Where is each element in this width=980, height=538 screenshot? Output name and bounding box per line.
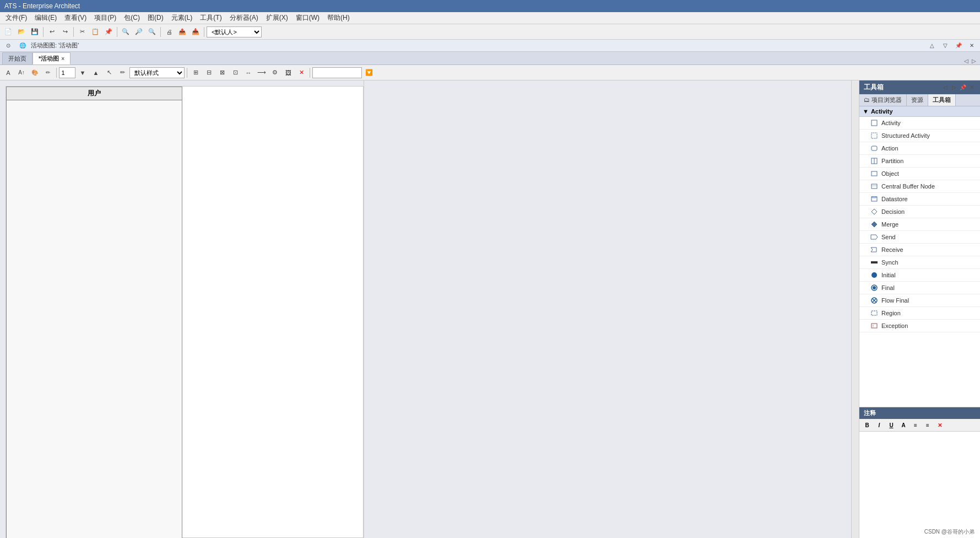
search-input[interactable]	[312, 67, 362, 78]
diag-edit-btn[interactable]: ✏	[116, 67, 128, 79]
toolbox-item-partition[interactable]: Partition	[859, 155, 980, 168]
panel-up-btn[interactable]: △	[926, 40, 938, 52]
tb-import-btn[interactable]: 📥	[189, 26, 202, 38]
menu-view[interactable]: 查看(V)	[61, 12, 90, 24]
menu-file[interactable]: 文件(F)	[2, 12, 30, 24]
style-dropdown[interactable]: 默认样式	[129, 67, 185, 78]
tb-save-btn[interactable]: 💾	[29, 26, 41, 38]
item-final-label: Final	[881, 284, 895, 291]
toolbox-section-activity[interactable]: ▼ Activity	[859, 106, 980, 117]
toolbox-nav-left[interactable]: ◁	[941, 84, 949, 92]
tb-view-dropdown[interactable]: <默认人>	[207, 26, 262, 37]
diag-route-btn[interactable]: ⟶	[256, 67, 268, 79]
toolbox-item-exception[interactable]: ! Exception	[859, 320, 980, 332]
toolbox-item-decision[interactable]: Decision	[859, 206, 980, 218]
toolbox-pin[interactable]: 📌	[959, 84, 967, 92]
toolbox-item-structured-activity[interactable]: Structured Activity	[859, 130, 980, 142]
panel-close-btn[interactable]: ✕	[966, 40, 978, 52]
toolbox-item-central-buffer[interactable]: Central Buffer Node	[859, 180, 980, 193]
right-panel: 工具箱 ◁ ▷ 📌 ✕ 🗂 项目浏览器 资源 工具箱	[859, 80, 980, 538]
diag-font-btn[interactable]: A	[2, 67, 14, 79]
swimlane-body[interactable]	[7, 100, 182, 538]
tb-copy-btn[interactable]: 📋	[89, 26, 101, 38]
diag-snap-btn[interactable]: ⊟	[203, 67, 215, 79]
diag-pointer-btn[interactable]: ↖	[103, 67, 115, 79]
diag-cancel-btn[interactable]: ✕	[295, 67, 307, 79]
tab-home[interactable]: 开始页	[2, 52, 33, 64]
toolbox-item-activity[interactable]: Activity	[859, 117, 980, 130]
menu-package[interactable]: 包(C)	[121, 12, 143, 24]
diag-connect-btn[interactable]: ↔	[242, 67, 255, 79]
toolbox-nav-right[interactable]: ▷	[950, 84, 958, 92]
diag-more-btn[interactable]: ⚙	[269, 67, 281, 79]
filter-btn[interactable]: 🔽	[363, 67, 375, 79]
tb-new-btn[interactable]: 📄	[2, 26, 14, 38]
tb-zoom-out-btn[interactable]: 🔍	[146, 26, 158, 38]
panel-down-btn[interactable]: ▽	[939, 40, 951, 52]
vertical-scrollbar[interactable]	[851, 80, 859, 538]
tb-redo-btn[interactable]: ↪	[59, 26, 71, 38]
tab-close-btn[interactable]: ×	[61, 56, 64, 62]
toolbox-item-synch[interactable]: Synch	[859, 256, 980, 269]
toolbox-item-object[interactable]: Object	[859, 168, 980, 180]
tb-zoom-in-btn[interactable]: 🔎	[133, 26, 145, 38]
nav-tree-btn[interactable]: 🌐	[17, 40, 29, 52]
nav-back-btn[interactable]: ⊙	[2, 40, 14, 52]
exception-icon: !	[870, 322, 878, 330]
menu-window[interactable]: 窗口(W)	[293, 12, 323, 24]
toolbox-tab-toolbox[interactable]: 工具箱	[928, 94, 956, 106]
item-central-buffer-label: Central Buffer Node	[881, 183, 935, 190]
menu-project[interactable]: 项目(P)	[91, 12, 120, 24]
toolbox-item-action[interactable]: Action	[859, 142, 980, 155]
diag-color-btn[interactable]: 🎨	[29, 67, 41, 79]
zoom-dec-btn[interactable]: ▼	[77, 67, 89, 79]
menu-diagram[interactable]: 图(D)	[144, 12, 167, 24]
diag-layout-btn[interactable]: ⊠	[216, 67, 228, 79]
tab-scroll-right[interactable]: ▷	[970, 57, 978, 64]
notes-bold-btn[interactable]: B	[862, 420, 873, 430]
tb-export-btn[interactable]: 📤	[176, 26, 188, 38]
toolbox-item-final[interactable]: Final	[859, 282, 980, 294]
diag-img-btn[interactable]: 🖼	[282, 67, 294, 79]
toolbox-tab-resources[interactable]: 资源	[907, 94, 928, 106]
toolbox-tab-browser[interactable]: 🗂 项目浏览器	[859, 94, 907, 106]
diag-align-btn[interactable]: A↑	[15, 67, 28, 79]
notes-underline-btn[interactable]: U	[886, 420, 897, 430]
diagram-area[interactable]: 用户	[0, 80, 859, 538]
notes-list-ord-btn[interactable]: ≡	[910, 420, 921, 430]
toolbox-item-receive[interactable]: Receive	[859, 244, 980, 256]
diag-auto-btn[interactable]: ⊡	[229, 67, 241, 79]
diag-grid-btn[interactable]: ⊞	[189, 67, 202, 79]
toolbox-item-flow-final[interactable]: Flow Final	[859, 294, 980, 307]
menu-extensions[interactable]: 扩展(X)	[263, 12, 291, 24]
menu-element[interactable]: 元素(L)	[168, 12, 196, 24]
toolbox-item-region[interactable]: Region	[859, 307, 980, 320]
toolbox-item-initial[interactable]: Initial	[859, 269, 980, 282]
zoom-input[interactable]	[59, 67, 75, 78]
toolbox-item-send[interactable]: Send	[859, 231, 980, 244]
notes-list-unord-btn[interactable]: ≡	[922, 420, 933, 430]
notes-content[interactable]	[859, 432, 980, 538]
notes-font-btn[interactable]: A	[898, 420, 909, 430]
notes-italic-btn[interactable]: I	[874, 420, 885, 430]
tab-diagram[interactable]: *活动图 ×	[33, 52, 71, 64]
menu-analyzer[interactable]: 分析器(A)	[226, 12, 262, 24]
toolbox-close[interactable]: ✕	[968, 84, 976, 92]
merge-icon	[870, 220, 878, 228]
zoom-inc-btn[interactable]: ▲	[90, 67, 102, 79]
tb-open-btn[interactable]: 📂	[15, 26, 28, 38]
tb-search-btn[interactable]: 🔍	[120, 26, 132, 38]
tb-print-btn[interactable]: 🖨	[163, 26, 175, 38]
menu-edit[interactable]: 编辑(E)	[31, 12, 60, 24]
notes-clear-btn[interactable]: ✕	[934, 420, 945, 430]
tb-paste-btn[interactable]: 📌	[102, 26, 115, 38]
toolbox-item-datastore[interactable]: Datastore	[859, 193, 980, 206]
tab-scroll-left[interactable]: ◁	[962, 57, 970, 64]
tb-undo-btn[interactable]: ↩	[46, 26, 58, 38]
menu-tools[interactable]: 工具(T)	[197, 12, 225, 24]
tb-cut-btn[interactable]: ✂	[76, 26, 88, 38]
panel-pin-btn[interactable]: 📌	[952, 40, 965, 52]
menu-help[interactable]: 帮助(H)	[324, 12, 353, 24]
diag-style-btn[interactable]: ✏	[42, 67, 54, 79]
toolbox-item-merge[interactable]: Merge	[859, 218, 980, 231]
